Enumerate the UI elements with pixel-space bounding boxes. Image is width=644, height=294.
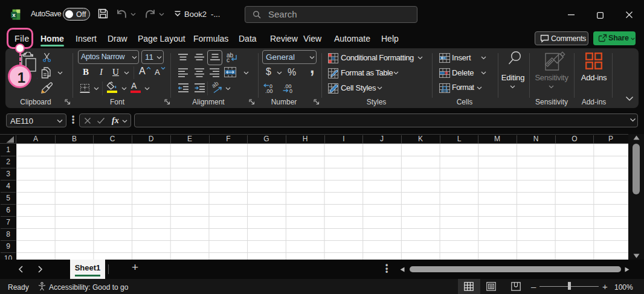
svg-text:0: 0	[289, 88, 292, 94]
svg-text:x: x	[12, 11, 16, 18]
svg-text:.00: .00	[265, 88, 273, 94]
svg-text:ab: ab	[211, 81, 220, 89]
svg-text:c: c	[227, 57, 230, 63]
